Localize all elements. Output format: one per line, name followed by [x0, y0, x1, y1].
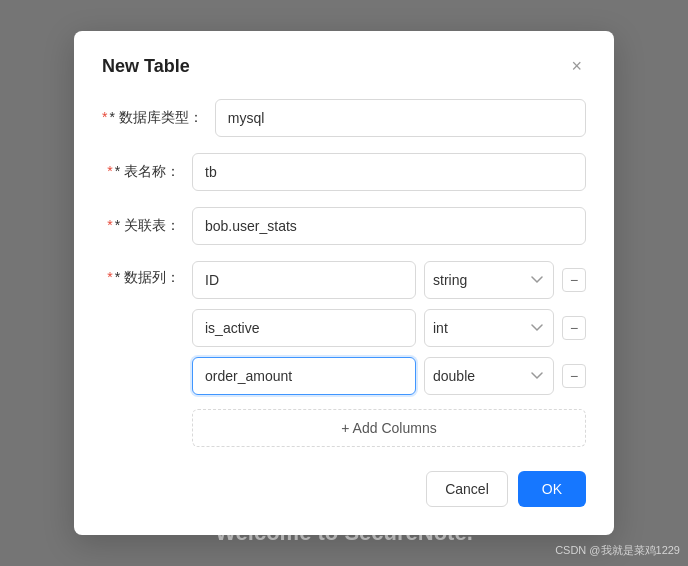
col-name-input-0[interactable]: [192, 261, 416, 299]
table-name-row: ** 表名称：: [102, 153, 586, 191]
columns-container: string int double float boolean date −: [192, 261, 586, 447]
col-type-select-0[interactable]: string int double float boolean date: [424, 261, 554, 299]
column-row: string int double float boolean date −: [192, 261, 586, 299]
related-table-input[interactable]: [192, 207, 586, 245]
table-name-label: ** 表名称：: [102, 163, 192, 181]
modal-dialog: New Table × ** 数据库类型： ** 表名称： ** 关联表：: [74, 31, 614, 535]
ok-button[interactable]: OK: [518, 471, 586, 507]
required-star-cols: *: [107, 269, 112, 285]
column-row: string int double float boolean date −: [192, 309, 586, 347]
columns-label-row: ** 数据列： string int double float boolean …: [102, 261, 586, 447]
add-columns-button[interactable]: + Add Columns: [192, 409, 586, 447]
close-button[interactable]: ×: [567, 55, 586, 77]
remove-column-button-1[interactable]: −: [562, 316, 586, 340]
required-star-related: *: [107, 217, 112, 233]
col-type-select-2[interactable]: string int double float boolean date: [424, 357, 554, 395]
background-text: Welcome to SecureNote.: [215, 520, 473, 546]
related-table-row: ** 关联表：: [102, 207, 586, 245]
required-star-name: *: [107, 163, 112, 179]
columns-section: ** 数据列： string int double float boolean …: [102, 261, 586, 447]
columns-label: ** 数据列：: [102, 261, 192, 287]
required-star-db: *: [102, 109, 107, 125]
remove-column-button-2[interactable]: −: [562, 364, 586, 388]
cancel-button[interactable]: Cancel: [426, 471, 508, 507]
col-name-input-1[interactable]: [192, 309, 416, 347]
db-type-label: ** 数据库类型：: [102, 109, 215, 127]
db-type-input[interactable]: [215, 99, 586, 137]
watermark-text: CSDN @我就是菜鸡1229: [555, 543, 680, 558]
related-table-label: ** 关联表：: [102, 217, 192, 235]
remove-column-button-0[interactable]: −: [562, 268, 586, 292]
col-name-input-2[interactable]: [192, 357, 416, 395]
db-type-row: ** 数据库类型：: [102, 99, 586, 137]
modal-title: New Table: [102, 56, 190, 77]
column-row: string int double float boolean date −: [192, 357, 586, 395]
modal-header: New Table ×: [102, 55, 586, 77]
modal-footer: Cancel OK: [102, 471, 586, 507]
table-name-input[interactable]: [192, 153, 586, 191]
modal-overlay: New Table × ** 数据库类型： ** 表名称： ** 关联表：: [0, 0, 688, 566]
col-type-select-1[interactable]: string int double float boolean date: [424, 309, 554, 347]
